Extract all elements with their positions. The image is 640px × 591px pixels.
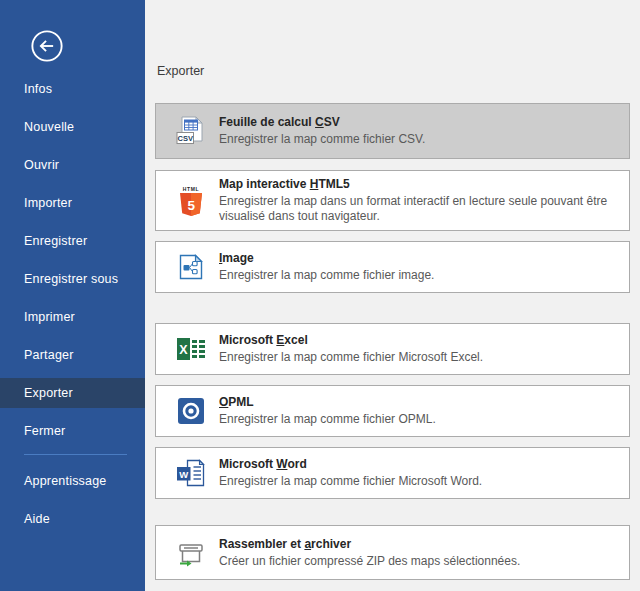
svg-text:CSV: CSV: [177, 134, 192, 143]
sidebar-item-enregistrer[interactable]: Enregistrer: [0, 226, 145, 256]
excel-icon: X: [175, 333, 207, 365]
export-item-csv[interactable]: CSV Feuille de calcul CSV Enregistrer la…: [155, 103, 630, 159]
export-item-text: Image Enregistrer la map comme fichier i…: [219, 251, 623, 283]
export-item-title: Map interactive HTML5: [219, 177, 623, 192]
gather-archive-icon: [175, 537, 207, 569]
html5-icon: HTML 5: [175, 185, 207, 217]
svg-text:HTML: HTML: [183, 185, 199, 191]
opml-icon: [175, 395, 207, 427]
export-item-gather-archive[interactable]: Rassembler et archiver Créer un fichier …: [155, 525, 630, 580]
sidebar-separator: [24, 454, 127, 455]
export-item-word[interactable]: W Microsoft Word Enregistrer la map comm…: [155, 447, 630, 499]
export-item-text: Map interactive HTML5 Enregistrer la map…: [219, 177, 623, 224]
image-icon: [175, 251, 207, 283]
export-item-description: Enregistrer la map comme fichier image.: [219, 268, 623, 283]
sidebar-item-fermer[interactable]: Fermer: [0, 416, 145, 446]
sidebar-item-ouvrir[interactable]: Ouvrir: [0, 150, 145, 180]
export-item-text: Rassembler et archiver Créer un fichier …: [219, 537, 623, 569]
sidebar-item-nouvelle[interactable]: Nouvelle: [0, 112, 145, 142]
export-item-title: Image: [219, 251, 623, 266]
export-item-title: OPML: [219, 395, 623, 410]
back-button[interactable]: [30, 29, 64, 63]
sidebar-item-enregistrer-sous[interactable]: Enregistrer sous: [0, 264, 145, 294]
export-item-text: OPML Enregistrer la map comme fichier OP…: [219, 395, 623, 427]
back-arrow-icon: [30, 28, 64, 64]
sidebar-item-exporter[interactable]: Exporter: [0, 378, 145, 408]
export-item-image[interactable]: Image Enregistrer la map comme fichier i…: [155, 241, 630, 293]
sidebar-nav: Infos Nouvelle Ouvrir Importer Enregistr…: [0, 74, 145, 446]
export-options-list: CSV Feuille de calcul CSV Enregistrer la…: [155, 103, 630, 580]
sidebar-item-partager[interactable]: Partager: [0, 340, 145, 370]
sidebar-item-infos[interactable]: Infos: [0, 74, 145, 104]
sidebar-item-apprentissage[interactable]: Apprentissage: [0, 466, 145, 496]
export-item-description: Enregistrer la map comme fichier Microso…: [219, 474, 623, 489]
export-item-excel[interactable]: X Microsoft Excel Enregistrer la map com…: [155, 323, 630, 375]
export-item-description: Enregistrer la map comme fichier CSV.: [219, 132, 623, 147]
sidebar-item-imprimer[interactable]: Imprimer: [0, 302, 145, 332]
export-item-description: Créer un fichier compressé ZIP des maps …: [219, 554, 623, 569]
backstage-sidebar: Infos Nouvelle Ouvrir Importer Enregistr…: [0, 0, 145, 591]
export-item-description: Enregistrer la map comme fichier Microso…: [219, 350, 623, 365]
export-item-title: Microsoft Excel: [219, 333, 623, 348]
sidebar-footer-nav: Apprentissage Aide: [0, 466, 145, 534]
export-item-text: Microsoft Word Enregistrer la map comme …: [219, 457, 623, 489]
svg-text:W: W: [179, 469, 188, 480]
word-icon: W: [175, 457, 207, 489]
csv-spreadsheet-icon: CSV: [175, 115, 207, 147]
export-item-title: Microsoft Word: [219, 457, 623, 472]
export-item-title: Rassembler et archiver: [219, 537, 623, 552]
page-title: Exporter: [157, 63, 640, 79]
export-item-title: Feuille de calcul CSV: [219, 115, 623, 130]
export-panel: Exporter CSV Feuille de calcul CS: [145, 0, 640, 591]
export-item-description: Enregistrer la map dans un format intera…: [219, 194, 623, 224]
export-item-opml[interactable]: OPML Enregistrer la map comme fichier OP…: [155, 385, 630, 437]
sidebar-item-importer[interactable]: Importer: [0, 188, 145, 218]
svg-text:5: 5: [187, 198, 195, 213]
sidebar-item-aide[interactable]: Aide: [0, 504, 145, 534]
export-item-html5[interactable]: HTML 5 Map interactive HTML5 Enregistrer…: [155, 170, 630, 231]
svg-text:X: X: [179, 343, 188, 357]
export-item-text: Microsoft Excel Enregistrer la map comme…: [219, 333, 623, 365]
export-item-text: Feuille de calcul CSV Enregistrer la map…: [219, 115, 623, 147]
export-item-description: Enregistrer la map comme fichier OPML.: [219, 412, 623, 427]
backstage-view: Infos Nouvelle Ouvrir Importer Enregistr…: [0, 0, 640, 591]
